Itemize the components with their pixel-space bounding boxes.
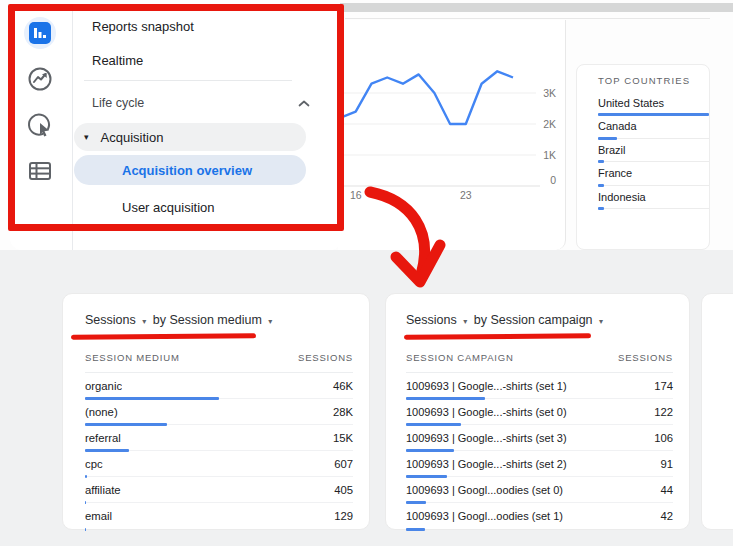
partial-card [701,293,733,530]
medium-dimension-label: by Session medium [153,313,262,327]
campaign-dimension-label: by Session campaign [474,313,593,327]
row-bar [406,397,485,400]
country-row: Brazil [598,142,707,165]
table-row: 1009693 | Google...-shirts (set 0) 122 [406,399,673,425]
col-session-campaign: SESSION CAMPAIGN [406,352,514,363]
country-name: Indonesia [598,189,707,203]
row-label: 1009693 | Google...-shirts (set 1) [406,380,567,392]
row-label: (none) [85,406,118,418]
medium-table: SESSION MEDIUM SESSIONS organic 46K (non… [85,352,353,529]
campaign-card-selector[interactable]: Sessions ▾ by Session campaign ▾ [406,313,606,327]
top-countries-title: TOP COUNTRIES [598,75,707,86]
row-label: 1009693 | Googl...oodies (set 1) [406,510,563,522]
medium-metric-label: Sessions [85,313,136,327]
country-row: Canada [598,118,707,141]
row-label: cpc [85,458,103,470]
country-row: United States [598,95,707,118]
country-name: Brazil [598,142,707,156]
campaign-table-header: SESSION CAMPAIGN SESSIONS [406,352,673,373]
dropdown-caret-icon: ▾ [268,317,272,326]
table-row: affiliate 405 [85,477,353,503]
sessions-by-campaign-card: Sessions ▾ by Session campaign ▾ SESSION… [385,293,690,530]
row-value: 174 [654,380,673,392]
table-row: 1009693 | Google...-shirts (set 2) 91 [406,451,673,477]
row-value: 42 [660,510,673,522]
table-row: email 129 [85,503,353,529]
red-underline-annotation [71,333,256,339]
campaign-table-body: 1009693 | Google...-shirts (set 1) 174 1… [406,373,673,529]
medium-table-header: SESSION MEDIUM SESSIONS [85,352,353,373]
country-bar [598,137,617,140]
table-row: 1009693 | Googl...oodies (set 0) 44 [406,477,673,503]
red-highlight-box [8,4,344,231]
row-label: affiliate [85,484,121,496]
country-name: United States [598,95,707,109]
medium-table-body: organic 46K (none) 28K referral 15K cpc … [85,373,353,529]
country-bar [598,113,709,116]
country-bar-track [598,161,709,162]
col-sessions: SESSIONS [298,352,353,363]
red-arrow-annotation [350,178,470,303]
country-name: France [598,165,707,179]
row-bar [406,475,447,478]
top-countries-card: TOP COUNTRIES United States Canada Brazi… [576,64,710,250]
row-bar [85,423,167,426]
sessions-by-medium-card: Sessions ▾ by Session medium ▾ SESSION M… [62,293,370,530]
col-sessions: SESSIONS [618,352,673,363]
country-name: Canada [598,118,707,132]
row-label: email [85,510,112,522]
y-tick-label: 3K [528,87,556,99]
table-row: (none) 28K [85,399,353,425]
row-value: 46K [333,380,353,392]
row-value: 106 [654,432,673,444]
row-value: 607 [334,458,353,470]
campaign-metric-label: Sessions [406,313,457,327]
country-row: France [598,165,707,188]
row-label: 1009693 | Google...-shirts (set 0) [406,406,567,418]
y-tick-label: 2K [528,118,556,130]
y-tick-label: 0 [528,174,556,186]
row-value: 91 [660,458,673,470]
dropdown-caret-icon: ▾ [142,317,146,326]
dropdown-caret-icon: ▾ [463,317,467,326]
medium-card-selector[interactable]: Sessions ▾ by Session medium ▾ [85,313,275,327]
row-value: 15K [333,432,353,444]
country-row: Indonesia [598,189,707,212]
row-bar [85,528,86,531]
table-row: cpc 607 [85,451,353,477]
campaign-table: SESSION CAMPAIGN SESSIONS 1009693 | Goog… [406,352,673,529]
country-bar [598,207,604,210]
browser-top-strip [340,3,733,12]
row-value: 122 [654,406,673,418]
row-label: organic [85,380,122,392]
table-row: 1009693 | Googl...oodies (set 1) 42 [406,503,673,529]
row-label: 1009693 | Google...-shirts (set 2) [406,458,567,470]
header-divider [345,18,710,19]
dropdown-caret-icon: ▾ [599,317,603,326]
row-label: referral [85,432,121,444]
country-bar-track [598,185,709,186]
row-bar [85,397,219,400]
row-bar [85,449,129,452]
red-underline-annotation [404,333,591,339]
table-row: referral 15K [85,425,353,451]
table-row: organic 46K [85,373,353,399]
row-bar [406,449,454,452]
row-label: 1009693 | Googl...oodies (set 0) [406,484,563,496]
country-bar-track [598,208,709,209]
country-bar [598,160,604,163]
row-value: 44 [660,484,673,496]
table-row: 1009693 | Google...-shirts (set 1) 174 [406,373,673,399]
row-value: 129 [334,510,353,522]
row-bar [406,423,461,426]
country-bar [598,184,604,187]
row-bar [85,475,87,478]
top-countries-list: United States Canada Brazil France Indon… [598,95,707,212]
y-tick-label: 1K [528,149,556,161]
table-row: 1009693 | Google...-shirts (set 3) 106 [406,425,673,451]
row-bar [406,501,426,504]
row-label: 1009693 | Google...-shirts (set 3) [406,432,567,444]
row-value: 28K [333,406,353,418]
row-bar [85,501,86,504]
row-value: 405 [334,484,353,496]
